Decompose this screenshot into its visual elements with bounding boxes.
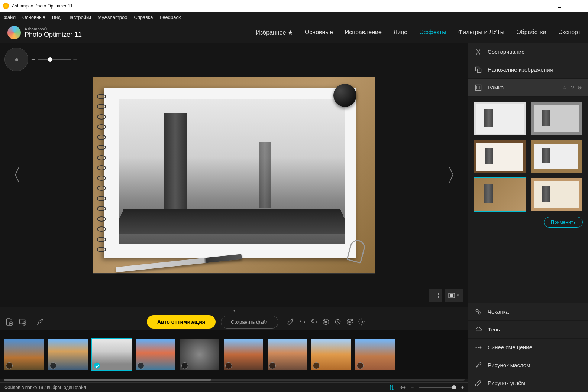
add-file-icon[interactable]: [5, 318, 13, 326]
thumbnail-marker[interactable]: [313, 362, 320, 369]
frame-option[interactable]: [530, 102, 583, 136]
effects-panel: СостариваниеНаложение изображенияРамка☆?…: [468, 43, 588, 392]
thumbnail-marker[interactable]: [50, 362, 56, 369]
cloud-icon: [474, 326, 482, 334]
thumbnail[interactable]: [223, 338, 264, 371]
status-zoom-out-icon[interactable]: −: [411, 385, 414, 390]
fullscreen-button[interactable]: [429, 289, 442, 302]
statusbar: Файлов в папке 19 / выбран один файл − +: [0, 382, 468, 392]
thumbnail[interactable]: [48, 338, 88, 371]
svg-rect-1: [558, 4, 561, 7]
effect-item[interactable]: Рисунок углём: [468, 374, 588, 392]
save-file-button[interactable]: Сохранить файл: [221, 316, 278, 329]
sort-icon[interactable]: [389, 385, 395, 391]
effect-item[interactable]: Наложение изображения: [468, 61, 588, 79]
auto-optimize-button[interactable]: Авто оптимизация: [147, 315, 216, 329]
svg-rect-12: [476, 85, 481, 90]
thumbnail[interactable]: [355, 338, 395, 371]
svg-point-18: [479, 346, 481, 348]
thumbnail[interactable]: [91, 338, 132, 371]
brand-small: Ashampoo®: [25, 27, 82, 31]
effect-item[interactable]: Синее смещение: [468, 339, 588, 356]
frame-option[interactable]: [474, 140, 526, 174]
tab-item[interactable]: Лицо: [394, 29, 407, 36]
minimize-button[interactable]: [534, 0, 551, 12]
thumbnail-size-slider[interactable]: [419, 387, 456, 388]
collapse-filmstrip-button[interactable]: ▾: [0, 307, 468, 313]
maximize-button[interactable]: [551, 0, 568, 12]
expand-h-icon[interactable]: [400, 385, 406, 391]
thumbnail-marker[interactable]: [181, 362, 188, 369]
thumbnail[interactable]: [179, 338, 220, 371]
tab-item[interactable]: Фильтры и ЛУТы: [458, 29, 504, 36]
prev-image-button[interactable]: 〈: [4, 163, 22, 187]
rotate-left-icon[interactable]: 90: [322, 318, 330, 326]
tab-item[interactable]: Экспорт: [558, 29, 581, 36]
thumbnail[interactable]: [267, 338, 308, 371]
thumbnail-marker[interactable]: [6, 362, 13, 369]
add-folder-icon[interactable]: [19, 318, 27, 326]
undo-icon[interactable]: [298, 318, 306, 326]
frame-option[interactable]: [530, 140, 583, 174]
zoom-in-icon[interactable]: +: [73, 56, 77, 63]
help-icon[interactable]: ?: [571, 85, 574, 91]
menu-item[interactable]: Файл: [4, 14, 16, 20]
remove-icon[interactable]: ⊗: [578, 85, 582, 91]
undo-all-icon[interactable]: [310, 318, 318, 326]
zoom-out-icon[interactable]: −: [31, 56, 35, 63]
reset-icon[interactable]: [334, 318, 342, 326]
svg-rect-3: [450, 294, 453, 297]
status-zoom-in-icon[interactable]: +: [461, 385, 464, 390]
frame-option[interactable]: [474, 102, 526, 136]
settings-icon[interactable]: [358, 318, 365, 326]
frame-option[interactable]: [530, 177, 583, 212]
titlebar: Ashampoo Photo Optimizer 11: [0, 0, 588, 12]
thumbnail[interactable]: [135, 338, 176, 371]
menu-item[interactable]: Вид: [52, 14, 61, 20]
effect-label: Рисунок углём: [488, 380, 525, 386]
window-title: Ashampoo Photo Optimizer 11: [12, 3, 534, 9]
effect-item[interactable]: Рамка☆?⊗: [468, 79, 588, 97]
filmstrip-scrollbar[interactable]: [0, 379, 468, 382]
thumbnail-marker[interactable]: [94, 362, 100, 369]
menu-item[interactable]: MyAshampoo: [98, 14, 127, 20]
effect-item[interactable]: Чеканка: [468, 303, 588, 321]
blueshift-icon: [474, 343, 482, 352]
effect-item[interactable]: Рисунок маслом: [468, 356, 588, 374]
menu-item[interactable]: Справка: [134, 14, 153, 20]
svg-point-17: [478, 346, 479, 348]
filmstrip: [0, 330, 468, 379]
brush-tool-icon[interactable]: [36, 318, 44, 326]
menubar: ФайлОсновныеВидНастройкиMyAshampooСправк…: [0, 12, 588, 22]
thumbnail[interactable]: [4, 338, 45, 371]
compare-button[interactable]: ▼: [445, 289, 463, 302]
zoom-slider[interactable]: − +: [31, 56, 77, 63]
tab-item[interactable]: Исправление: [345, 29, 382, 36]
effect-item[interactable]: Тень: [468, 321, 588, 339]
effect-label: Тень: [488, 326, 500, 333]
tab-item[interactable]: Эффекты: [419, 29, 446, 36]
tab-item[interactable]: Обработка: [516, 29, 546, 36]
menu-item[interactable]: Feedback: [159, 14, 181, 20]
pan-wheel[interactable]: [4, 48, 28, 71]
thumbnail-marker[interactable]: [225, 362, 232, 369]
effect-label: Синее смещение: [488, 344, 532, 350]
thumbnail-marker[interactable]: [269, 362, 276, 369]
magic-wand-icon[interactable]: [287, 318, 294, 326]
apply-button[interactable]: Применить: [544, 217, 583, 228]
next-image-button[interactable]: 〉: [447, 163, 465, 187]
app-logo: Ashampoo® Photo Optimizer 11: [7, 26, 82, 39]
menu-item[interactable]: Основные: [22, 14, 45, 20]
effect-item[interactable]: Состаривание: [468, 43, 588, 61]
thumbnail-marker[interactable]: [138, 362, 144, 369]
thumbnail-marker[interactable]: [357, 362, 364, 369]
rotate-right-icon[interactable]: 90: [346, 318, 353, 326]
canvas-area: − + 〈 〉: [0, 43, 468, 307]
tab-item[interactable]: Избранное ★: [256, 29, 293, 36]
star-icon[interactable]: ☆: [562, 85, 567, 91]
thumbnail[interactable]: [311, 338, 352, 371]
menu-item[interactable]: Настройки: [67, 14, 91, 20]
tab-item[interactable]: Основные: [305, 29, 333, 36]
frame-option[interactable]: [474, 177, 526, 212]
close-button[interactable]: [568, 0, 585, 12]
